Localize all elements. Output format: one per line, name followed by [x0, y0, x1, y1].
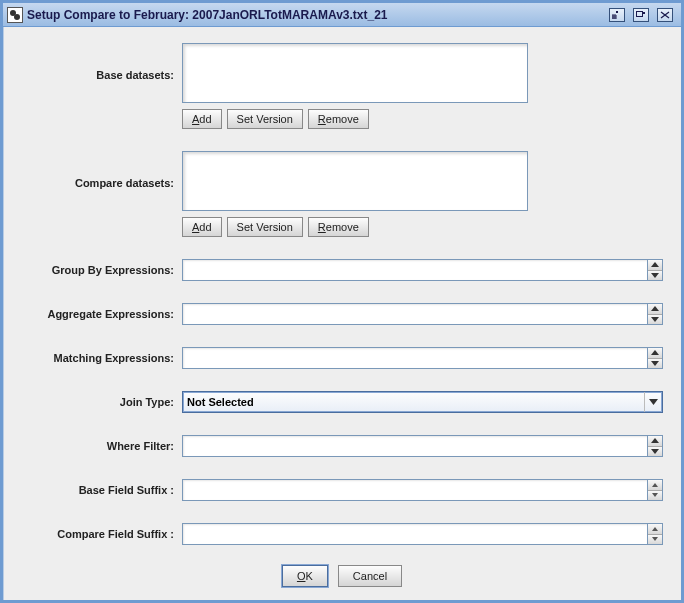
close-button[interactable] [657, 8, 673, 22]
maximize-button[interactable] [633, 8, 649, 22]
base-remove-button[interactable]: Remove [308, 109, 369, 129]
base-suffix-down[interactable] [648, 490, 662, 501]
window-controls [609, 8, 673, 22]
base-suffix-input[interactable] [182, 479, 647, 501]
compare-suffix-row: Compare Field Suffix : [21, 523, 663, 545]
aggregate-label: Aggregate Expressions: [21, 308, 176, 320]
dialog-bottom-buttons: OK Cancel [21, 565, 663, 587]
base-suffix-label: Base Field Suffix : [21, 484, 176, 496]
compare-suffix-label: Compare Field Suffix : [21, 528, 176, 540]
matching-label: Matching Expressions: [21, 352, 176, 364]
add-rest-2: dd [199, 221, 211, 233]
matching-down[interactable] [648, 358, 662, 369]
remove-accel: R [318, 113, 326, 125]
matching-row: Matching Expressions: [21, 347, 663, 369]
add-rest: dd [199, 113, 211, 125]
base-suffix-row: Base Field Suffix : [21, 479, 663, 501]
compare-suffix-field [182, 523, 663, 545]
join-type-select[interactable]: Not Selected [182, 391, 663, 413]
base-datasets-row: Base datasets: Add Set Version Remove [21, 43, 663, 129]
group-by-label: Group By Expressions: [21, 264, 176, 276]
base-suffix-spinner [647, 479, 663, 501]
base-datasets-label: Base datasets: [21, 43, 176, 81]
window-title: Setup Compare to February: 2007JanORLTot… [27, 8, 605, 22]
where-filter-up[interactable] [648, 436, 662, 446]
compare-suffix-spinner [647, 523, 663, 545]
aggregate-spinner [647, 303, 663, 325]
join-type-field: Not Selected [182, 391, 663, 413]
cancel-button[interactable]: Cancel [338, 565, 402, 587]
remove-accel-2: R [318, 221, 326, 233]
base-datasets-list[interactable] [182, 43, 528, 103]
where-filter-row: Where Filter: [21, 435, 663, 457]
matching-up[interactable] [648, 348, 662, 358]
join-type-label: Join Type: [21, 396, 176, 408]
compare-suffix-up[interactable] [648, 524, 662, 534]
aggregate-input[interactable] [182, 303, 647, 325]
where-filter-input[interactable] [182, 435, 647, 457]
group-by-input[interactable] [182, 259, 647, 281]
where-filter-label: Where Filter: [21, 440, 176, 452]
content-panel: Base datasets: Add Set Version Remove Co… [3, 27, 681, 600]
matching-input[interactable] [182, 347, 647, 369]
dialog-window: Setup Compare to February: 2007JanORLTot… [0, 0, 684, 603]
aggregate-row: Aggregate Expressions: [21, 303, 663, 325]
app-icon [7, 7, 23, 23]
where-filter-field [182, 435, 663, 457]
group-by-spinner [647, 259, 663, 281]
base-set-version-button[interactable]: Set Version [227, 109, 303, 129]
remove-rest-2: emove [326, 221, 359, 233]
matching-spinner [647, 347, 663, 369]
compare-set-version-button[interactable]: Set Version [227, 217, 303, 237]
compare-datasets-list[interactable] [182, 151, 528, 211]
titlebar: Setup Compare to February: 2007JanORLTot… [3, 3, 681, 27]
svg-rect-0 [637, 11, 643, 16]
base-datasets-field-area: Add Set Version Remove [182, 43, 663, 129]
group-by-row: Group By Expressions: [21, 259, 663, 281]
aggregate-down[interactable] [648, 314, 662, 325]
ok-rest: K [305, 570, 312, 582]
ok-button[interactable]: OK [282, 565, 328, 587]
compare-remove-button[interactable]: Remove [308, 217, 369, 237]
base-add-button[interactable]: Add [182, 109, 222, 129]
compare-add-button[interactable]: Add [182, 217, 222, 237]
matching-field [182, 347, 663, 369]
base-suffix-field [182, 479, 663, 501]
minimize-button[interactable] [609, 8, 625, 22]
base-datasets-buttons: Add Set Version Remove [182, 109, 663, 129]
where-filter-spinner [647, 435, 663, 457]
compare-datasets-label: Compare datasets: [21, 151, 176, 189]
compare-datasets-row: Compare datasets: Add Set Version Remove [21, 151, 663, 237]
remove-rest: emove [326, 113, 359, 125]
group-by-up[interactable] [648, 260, 662, 270]
where-filter-down[interactable] [648, 446, 662, 457]
aggregate-up[interactable] [648, 304, 662, 314]
group-by-down[interactable] [648, 270, 662, 281]
join-type-row: Join Type: Not Selected [21, 391, 663, 413]
aggregate-field [182, 303, 663, 325]
base-suffix-up[interactable] [648, 480, 662, 490]
compare-suffix-down[interactable] [648, 534, 662, 545]
compare-suffix-input[interactable] [182, 523, 647, 545]
group-by-field [182, 259, 663, 281]
compare-datasets-buttons: Add Set Version Remove [182, 217, 663, 237]
compare-datasets-field-area: Add Set Version Remove [182, 151, 663, 237]
